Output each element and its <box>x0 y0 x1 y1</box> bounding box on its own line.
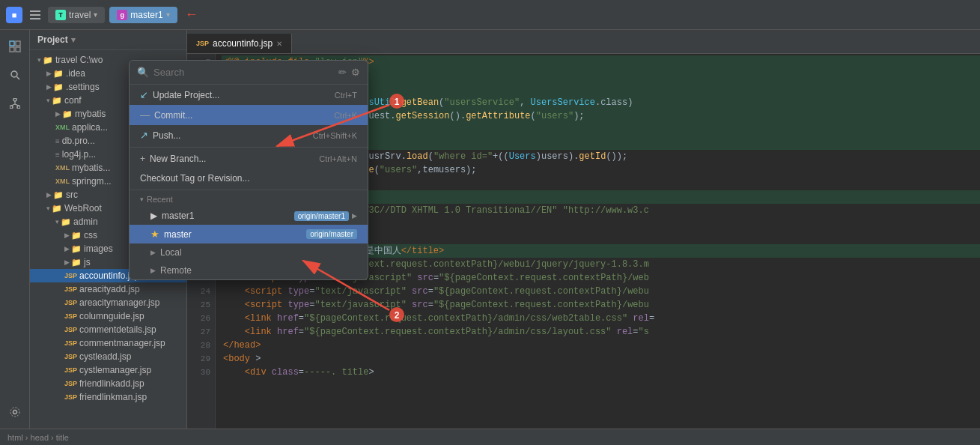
sidebar-icon-settings[interactable] <box>4 402 25 423</box>
git-dropdown: 🔍 ✏ ⚙ ↙ Update Project... Ctrl+T — Commi… <box>129 60 368 280</box>
folder-icon-js: 📁 <box>71 258 82 267</box>
branch-name-master1: master1 <box>162 211 194 221</box>
tree-label-idea: .idea <box>66 68 85 79</box>
sidebar-icon-git[interactable] <box>4 93 25 114</box>
git-menu-push[interactable]: ↗ Push... Ctrl+Shift+K <box>130 125 368 145</box>
tree-item-cystleadd[interactable]: JSP cystleadd.jsp <box>30 350 186 363</box>
jsp-icon-areacitymanager: JSP <box>64 299 77 306</box>
svg-point-12 <box>13 411 16 414</box>
tab-travel[interactable]: T travel ▾ <box>48 7 105 23</box>
tab-master1[interactable]: g master1 ▾ <box>109 7 177 23</box>
hamburger-menu[interactable] <box>27 7 43 23</box>
search-icon: 🔍 <box>137 67 149 78</box>
jsp-icon-cystlemanager: JSP <box>64 366 77 374</box>
svg-rect-0 <box>10 41 14 46</box>
tab-travel-icon: T <box>55 10 66 20</box>
checkout-label: Checkout Tag or Revision... <box>140 173 250 184</box>
git-branch-master1[interactable]: ▶ master1 origin/master1 ▶ <box>130 207 368 225</box>
git-menu-commit[interactable]: — Commit... Ctrl+K <box>130 105 368 125</box>
tree-label-css: css <box>84 230 97 240</box>
git-divider-2 <box>130 190 368 190</box>
jsp-icon-cystleadd: JSP <box>64 353 77 360</box>
editor-tab-filename: accountinfo.jsp <box>213 38 273 49</box>
tree-label-columnguide: columnguide.jsp <box>79 311 144 321</box>
file-icon-db: ≡ <box>55 137 60 145</box>
jsp-icon-commentmanager: JSP <box>64 339 77 347</box>
folder-icon-settings: 📁 <box>53 82 64 92</box>
status-path: html › head › title <box>7 433 69 442</box>
git-header-icon-pencil[interactable]: ✏ <box>338 67 347 78</box>
tree-arrow-webroot: ▾ <box>46 205 50 212</box>
git-header-icon-gear[interactable]: ⚙ <box>351 67 360 78</box>
git-branch-master[interactable]: ★ master origin/master <box>130 225 368 243</box>
editor-tab-accountinfo[interactable]: JSP accountinfo.jsp ✕ <box>187 34 292 53</box>
tree-item-commentmanager[interactable]: JSP commentmanager.jsp <box>30 336 186 350</box>
tree-label-src: src <box>66 190 78 200</box>
svg-line-10 <box>11 104 15 106</box>
tree-item-commentdetails[interactable]: JSP commentdetails.jsp <box>30 323 186 336</box>
update-shortcut: Ctrl+T <box>335 91 357 100</box>
tree-item-friendlinkadd[interactable]: JSP friendlinkadd.jsp <box>30 377 186 390</box>
editor-tab-close[interactable]: ✕ <box>276 40 282 48</box>
tree-label-friendlinkman: friendlinkman.jsp <box>79 392 147 402</box>
tree-label-mybatis2: mybatis... <box>72 163 110 173</box>
tree-label-webroot: WebRoot <box>64 203 102 214</box>
jsp-icon-commentdetails: JSP <box>64 326 77 333</box>
tree-label-settings: .settings <box>66 82 100 92</box>
project-header: Project ▾ <box>30 30 186 50</box>
tree-arrow-mybatis: ▶ <box>55 110 61 118</box>
tree-arrow-images: ▶ <box>64 245 70 252</box>
tree-label-commentmanager: commentmanager.jsp <box>79 338 165 348</box>
editor-tabs: JSP accountinfo.jsp ✕ <box>187 30 980 54</box>
tree-arrow-js: ▶ <box>64 258 70 266</box>
recent-label: Recent <box>147 195 173 204</box>
tree-label-mybatis: mybatis <box>75 109 106 119</box>
git-menu-new-branch[interactable]: + New Branch... Ctrl+Alt+N <box>130 149 368 169</box>
local-arrow: ▶ <box>150 249 156 256</box>
tree-arrow-admin: ▾ <box>55 218 59 225</box>
git-section-local[interactable]: ▶ Local <box>130 243 368 261</box>
tab-master1-label: master1 <box>130 10 162 20</box>
tree-arrow-src: ▶ <box>46 191 52 199</box>
remote-arrow: ▶ <box>150 267 156 274</box>
branch-nav-master1: ▶ <box>352 212 357 220</box>
git-search-input[interactable] <box>153 67 334 78</box>
svg-line-11 <box>15 104 19 106</box>
new-branch-label: New Branch... <box>150 154 206 164</box>
folder-icon-webroot: 📁 <box>52 204 62 214</box>
branch-badge-master1: origin/master1 <box>294 211 349 221</box>
folder-icon-images: 📁 <box>71 244 82 254</box>
git-section-remote[interactable]: ▶ Remote <box>130 261 368 279</box>
new-branch-icon: + <box>140 154 145 164</box>
push-shortcut: Ctrl+Shift+K <box>313 131 357 140</box>
code-line-24: <script type="text/javascript" src="${pa… <box>222 285 980 298</box>
jsp-icon-friendlinkman: JSP <box>64 393 77 401</box>
folder-icon-travel: 📁 <box>43 55 53 65</box>
folder-icon-css: 📁 <box>71 231 82 240</box>
tab-travel-chevron[interactable]: ▾ <box>94 10 97 19</box>
git-section-recent[interactable]: ▾ Recent <box>130 192 368 207</box>
sidebar-icon-search[interactable] <box>4 64 25 85</box>
tab-master1-chevron[interactable]: ▾ <box>166 10 170 19</box>
tree-item-cystlemanager[interactable]: JSP cystlemanager.jsp <box>30 363 186 377</box>
tree-arrow-travel: ▾ <box>37 56 41 64</box>
project-chevron[interactable]: ▾ <box>71 35 76 45</box>
tab-travel-label: travel <box>69 10 91 20</box>
branch-arrow-master1: ▶ <box>150 211 157 221</box>
code-line-29: <body > <box>222 352 980 366</box>
editor-tab-jsp-icon: JSP <box>196 40 209 47</box>
tree-item-areacitymanager[interactable]: JSP areacitymanager.jsp <box>30 296 186 309</box>
remote-label: Remote <box>160 265 192 276</box>
code-line-26: <link href="${pageContext.request.contex… <box>222 312 980 325</box>
jsp-icon-areacityadd: JSP <box>64 285 77 293</box>
tree-item-areacityadd[interactable]: JSP areacityadd.jsp <box>30 282 186 296</box>
tree-item-friendlinkman[interactable]: JSP friendlinkman.jsp <box>30 390 186 404</box>
jsp-icon-accountinfo: JSP <box>64 272 77 279</box>
svg-point-7 <box>10 106 13 109</box>
sidebar-icon-project[interactable] <box>4 36 25 57</box>
tree-label-db: db.pro... <box>62 136 95 146</box>
svg-rect-2 <box>10 47 14 52</box>
git-menu-checkout-tag[interactable]: Checkout Tag or Revision... <box>130 169 368 188</box>
tree-item-columnguide[interactable]: JSP columnguide.jsp <box>30 309 186 323</box>
git-menu-update[interactable]: ↙ Update Project... Ctrl+T <box>130 85 368 105</box>
